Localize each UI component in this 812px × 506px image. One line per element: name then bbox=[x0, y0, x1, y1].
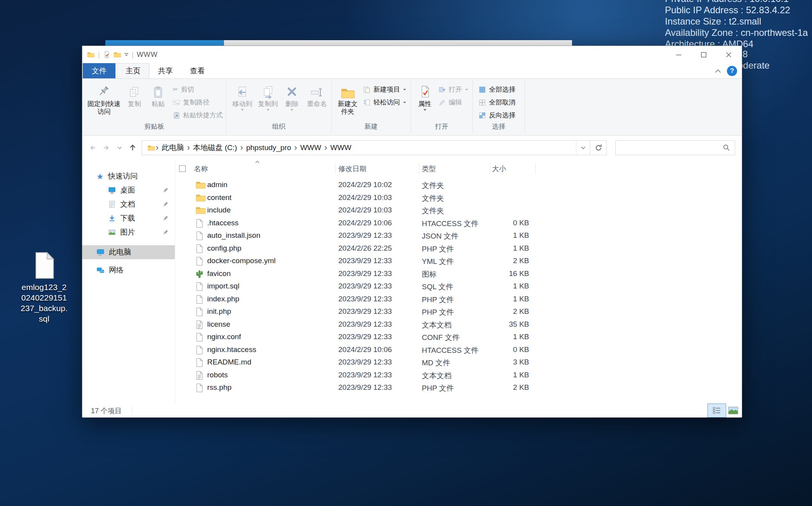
copy-to-button[interactable]: 复制到 bbox=[255, 81, 281, 111]
table-row[interactable]: .htaccess2024/2/29 10:06HTACCESS 文件0 KB bbox=[175, 217, 742, 230]
document-icon bbox=[108, 200, 116, 208]
table-row[interactable]: favicon2023/9/29 12:33图标16 KB bbox=[175, 268, 742, 281]
cut-button[interactable]: ✂ 剪切 bbox=[170, 83, 225, 96]
file-icon bbox=[195, 231, 203, 241]
easy-access-button[interactable]: 轻松访问 bbox=[361, 96, 409, 109]
file-size: 1 KB bbox=[464, 282, 529, 290]
table-row[interactable]: license2023/9/29 12:33文本文档35 KB bbox=[175, 318, 742, 331]
paste-shortcut-button[interactable]: 粘贴快捷方式 bbox=[170, 109, 225, 122]
forward-button[interactable] bbox=[100, 141, 113, 154]
tab-file[interactable]: 文件 bbox=[83, 63, 115, 78]
address-input[interactable]: › 此电脑 › 本地磁盘 (C:) › phpstudy_pro › WWW ›… bbox=[142, 140, 607, 155]
sidebar-item-desktop[interactable]: 桌面 bbox=[82, 183, 175, 197]
collapse-ribbon-icon[interactable] bbox=[714, 69, 721, 73]
table-row[interactable]: include2024/2/29 10:03文件夹 bbox=[175, 204, 742, 217]
search-input[interactable] bbox=[619, 144, 722, 152]
address-dropdown-icon[interactable] bbox=[576, 141, 590, 155]
select-all-checkbox[interactable] bbox=[179, 165, 186, 172]
tab-view[interactable]: 查看 bbox=[181, 63, 213, 78]
sidebar-item-this-pc[interactable]: 此电脑 bbox=[82, 245, 175, 259]
table-row[interactable]: index.php2023/9/29 12:33PHP 文件1 KB bbox=[175, 293, 742, 306]
details-view-button[interactable] bbox=[707, 403, 726, 418]
breadcrumb-separator-icon[interactable]: › bbox=[293, 143, 298, 152]
breadcrumb-separator-icon[interactable]: › bbox=[186, 143, 190, 152]
table-row[interactable]: docker-compose.yml2023/9/29 12:33YML 文件2… bbox=[175, 255, 742, 268]
breadcrumb-separator-icon[interactable]: › bbox=[155, 143, 159, 152]
file-type: MD 文件 bbox=[422, 358, 450, 368]
refresh-button[interactable] bbox=[590, 141, 606, 155]
pin-icon bbox=[98, 81, 110, 99]
back-button[interactable] bbox=[86, 141, 100, 154]
table-row[interactable]: content2024/2/29 10:03文件夹 bbox=[175, 192, 742, 205]
table-row[interactable]: README.md2023/9/29 12:33MD 文件3 KB bbox=[175, 356, 742, 369]
delete-button[interactable]: 删除 bbox=[281, 81, 304, 111]
info-line-public-ip: Public IP Address : 52.83.4.22 bbox=[665, 4, 808, 16]
move-to-button[interactable]: 移动到 bbox=[229, 81, 255, 111]
group-label-organize: 组织 bbox=[226, 122, 331, 131]
invert-selection-button[interactable]: 反向选择 bbox=[476, 109, 518, 122]
recent-locations-icon[interactable] bbox=[113, 141, 126, 154]
breadcrumb-separator-icon[interactable]: › bbox=[240, 143, 244, 152]
tab-share[interactable]: 共享 bbox=[149, 63, 181, 78]
rename-button[interactable]: 重命名 bbox=[303, 81, 330, 108]
new-item-button[interactable]: 新建项目 bbox=[361, 83, 409, 96]
copy-button[interactable]: 复制 bbox=[123, 81, 146, 108]
background-window-tab bbox=[105, 40, 224, 46]
thumbnail-view-button[interactable] bbox=[727, 403, 739, 418]
sidebar-item-quick-access[interactable]: ★ 快速访问 bbox=[82, 169, 175, 183]
folder-icon bbox=[195, 193, 206, 202]
maximize-button[interactable] bbox=[691, 46, 716, 63]
table-row[interactable]: admin2024/2/29 10:02文件夹 bbox=[175, 179, 742, 192]
qat-new-folder-icon[interactable] bbox=[114, 51, 121, 58]
search-box[interactable] bbox=[615, 140, 735, 155]
table-row[interactable]: nginx.htaccess2024/2/29 10:06HTACCESS 文件… bbox=[175, 344, 742, 357]
column-header-size[interactable]: 大小 bbox=[492, 164, 506, 173]
properties-button[interactable]: 属性 bbox=[414, 81, 436, 111]
select-none-button[interactable]: 全部取消 bbox=[476, 96, 518, 109]
qat-customize-icon[interactable] bbox=[124, 53, 128, 57]
minimize-button[interactable] bbox=[666, 46, 691, 63]
file-name: nginx.htaccess bbox=[207, 345, 336, 354]
sidebar-item-downloads[interactable]: 下载 bbox=[82, 211, 175, 225]
background-window-strip[interactable] bbox=[105, 40, 572, 46]
column-header-type[interactable]: 类型 bbox=[422, 164, 436, 173]
table-row[interactable]: auto_install.json2023/9/29 12:33JSON 文件1… bbox=[175, 230, 742, 242]
pin-to-quick-access-button[interactable]: 固定到快速访问 bbox=[85, 81, 123, 116]
column-header-date[interactable]: 修改日期 bbox=[338, 164, 366, 173]
qat-properties-icon[interactable] bbox=[103, 51, 110, 58]
file-type: 文本文档 bbox=[422, 371, 451, 381]
sidebar-item-network[interactable]: 网络 bbox=[82, 263, 175, 277]
open-button[interactable]: 打开 bbox=[436, 83, 471, 96]
up-button[interactable] bbox=[126, 141, 139, 154]
file-icon bbox=[195, 282, 203, 291]
sidebar-item-pictures[interactable]: 图片 bbox=[82, 225, 175, 239]
paste-button[interactable]: 粘贴 bbox=[146, 81, 170, 108]
breadcrumb-www[interactable]: WWW bbox=[298, 143, 323, 152]
breadcrumb-local-disk-c[interactable]: 本地磁盘 (C:) bbox=[191, 143, 240, 153]
breadcrumb-separator-icon[interactable]: › bbox=[323, 143, 328, 152]
table-row[interactable]: import.sql2023/9/29 12:33SQL 文件1 KB bbox=[175, 280, 742, 293]
new-folder-button[interactable]: 新建文件夹 bbox=[335, 81, 361, 116]
table-row[interactable]: nginx.conf2023/9/29 12:33CONF 文件1 KB bbox=[175, 331, 742, 344]
breadcrumb-www-2[interactable]: WWW bbox=[328, 143, 354, 152]
tab-home[interactable]: 主页 bbox=[117, 63, 149, 78]
edit-button[interactable]: 编辑 bbox=[436, 96, 471, 109]
breadcrumb-phpstudy-pro[interactable]: phpstudy_pro bbox=[244, 143, 293, 152]
pin-icon bbox=[162, 215, 169, 221]
close-button[interactable] bbox=[716, 46, 741, 63]
sidebar-item-documents[interactable]: 文档 bbox=[82, 197, 175, 211]
column-header-name[interactable]: 名称 bbox=[194, 164, 208, 173]
table-row[interactable]: config.php2024/2/26 22:25PHP 文件1 KB bbox=[175, 242, 742, 255]
table-row[interactable]: robots2023/9/29 12:33文本文档1 KB bbox=[175, 369, 742, 382]
breadcrumb-this-pc[interactable]: 此电脑 bbox=[159, 143, 186, 153]
table-row[interactable]: init.php2023/9/29 12:33PHP 文件2 KB bbox=[175, 306, 742, 318]
copy-path-button[interactable]: 复制路径 bbox=[170, 96, 225, 109]
desktop-file-label: emlog123_2 0240229151 237_backup. sql bbox=[21, 282, 68, 324]
desktop-file-sql[interactable]: emlog123_2 0240229151 237_backup. sql bbox=[13, 251, 75, 324]
file-type: PHP 文件 bbox=[422, 295, 454, 305]
title-bar[interactable]: | | WWW bbox=[82, 46, 742, 63]
select-all-button[interactable]: 全部选择 bbox=[476, 83, 518, 96]
file-size: 1 KB bbox=[464, 231, 529, 240]
table-row[interactable]: rss.php2023/9/29 12:33PHP 文件2 KB bbox=[175, 382, 742, 395]
help-icon[interactable]: ? bbox=[727, 66, 737, 76]
